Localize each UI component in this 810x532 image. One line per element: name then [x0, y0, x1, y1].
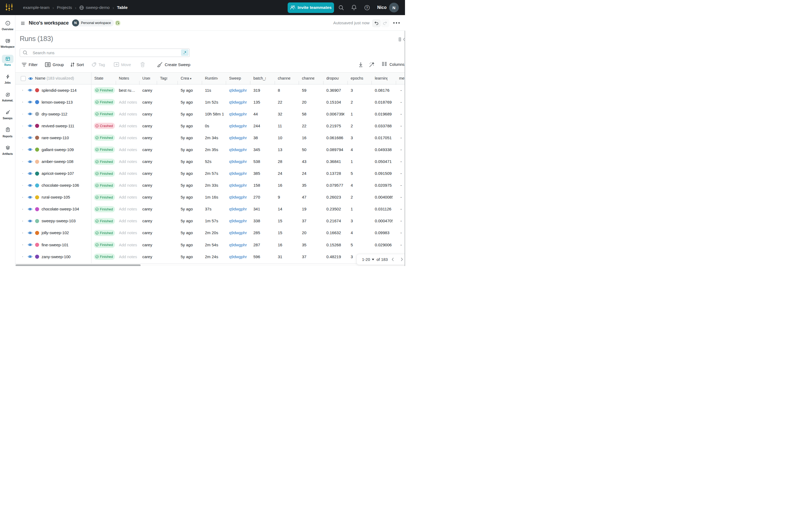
svg-text:?: ? [366, 6, 368, 10]
